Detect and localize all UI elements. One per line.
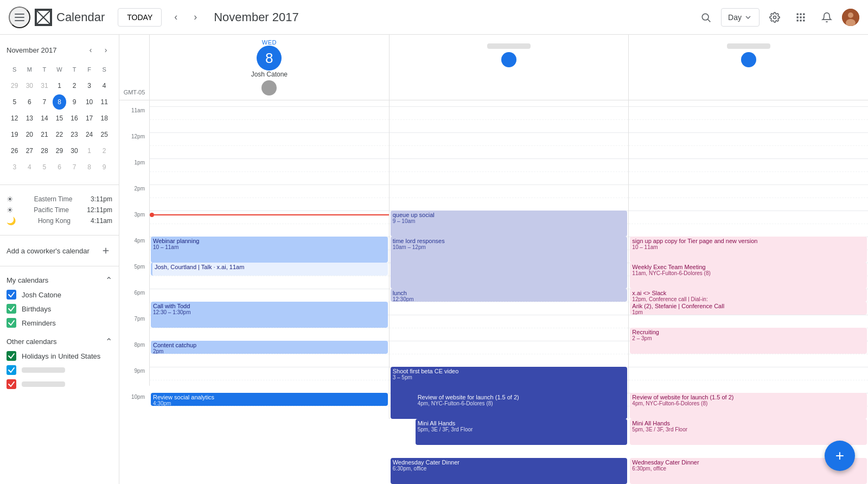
mini-cal-day[interactable]: 2 [97, 143, 111, 158]
create-event-fab[interactable]: + [825, 441, 855, 471]
other-calendars-header[interactable]: Other calendars ⌃ [0, 334, 119, 349]
other-calendar-item[interactable]: Holidays in United States [0, 349, 119, 363]
mini-cal-day[interactable]: 28 [37, 143, 52, 158]
calendar-body[interactable]: 8am9am10am11am12pm1pm2pm3pm4pm5pm6pm7pm8… [119, 100, 868, 484]
calendar-event[interactable]: Call with Todd12:30 – 1:30pm [151, 302, 388, 328]
mini-cal-day[interactable]: 6 [23, 94, 37, 110]
apps-button[interactable] [790, 7, 812, 28]
mini-cal-day[interactable]: 21 [37, 127, 52, 142]
other-calendars-title: Other calendars [7, 337, 105, 346]
calendar-event[interactable]: x.ai <> Slack12pm, Conference call | Dia… [630, 289, 867, 302]
my-calendars-header[interactable]: My calendars ⌃ [0, 273, 119, 288]
calendar-event[interactable]: Webinar planning10 – 11am [151, 237, 388, 263]
cal-checkbox[interactable] [7, 365, 16, 375]
today-button[interactable]: TODAY [118, 8, 162, 27]
mini-cal-day[interactable]: 19 [8, 127, 22, 142]
other-calendar-item[interactable] [0, 363, 119, 377]
mini-cal-day[interactable]: 4 [97, 78, 111, 93]
calendar-event[interactable]: Review of website for launch (1.5 of 2)4… [416, 393, 628, 419]
calendar-event[interactable]: sign up app copy for Tier page and new v… [630, 237, 867, 263]
mini-cal-day[interactable]: 29 [8, 78, 22, 93]
calendar-event[interactable]: Content catchup2pm [151, 341, 388, 354]
mini-cal-day[interactable]: 31 [37, 78, 52, 93]
mini-cal-next[interactable]: › [99, 43, 112, 56]
mini-cal-day[interactable]: 22 [53, 127, 67, 142]
svg-rect-1 [15, 17, 24, 18]
calendar-event[interactable]: queue up social9 – 10am [391, 211, 628, 237]
mini-cal-day[interactable]: 30 [67, 143, 81, 158]
mini-cal-day[interactable]: 27 [23, 143, 37, 158]
cal-checkbox[interactable] [7, 351, 16, 361]
calendar-event[interactable]: lunch12:30pm [391, 289, 628, 302]
svg-rect-17 [803, 20, 805, 21]
cal-checkbox[interactable] [7, 304, 16, 314]
calendar-event[interactable]: Recruiting2 – 3pm [630, 328, 867, 354]
mini-cal-day[interactable]: 11 [97, 94, 111, 110]
event-title: Recruiting [632, 329, 865, 335]
mini-cal-day[interactable]: 16 [67, 111, 81, 126]
view-selector[interactable]: Day [721, 8, 760, 27]
mini-cal-day[interactable]: 8 [82, 160, 97, 175]
add-coworker-icon[interactable] [99, 244, 112, 257]
mini-cal-day[interactable]: 14 [37, 111, 52, 126]
mini-cal-day[interactable]: 23 [67, 127, 81, 142]
mini-cal-day[interactable]: 3 [82, 78, 97, 93]
eastern-sun-icon: ☀ [7, 195, 14, 203]
mini-cal-day[interactable]: 2 [67, 78, 81, 93]
avatar[interactable] [842, 9, 859, 26]
mini-cal-day[interactable]: 30 [23, 78, 37, 93]
mini-cal-day[interactable]: 7 [37, 94, 52, 110]
calendar-item[interactable]: Reminders [0, 316, 119, 330]
calendar-event[interactable]: Wednesday Cater Dinner6:30pm, office [391, 458, 628, 484]
time-slot: 9pm [119, 367, 149, 393]
calendar-event[interactable]: Weekly Exec Team Meeting11am, NYC-Fulton… [630, 263, 867, 289]
mini-cal-day[interactable]: 7 [67, 160, 81, 175]
mini-cal-day[interactable]: 29 [53, 143, 67, 158]
calendar-item[interactable]: Birthdays [0, 302, 119, 316]
calendar-event[interactable]: Mini All Hands5pm, 3E / 3F, 3rd Floor [416, 419, 628, 445]
mini-cal-day[interactable]: 15 [53, 111, 67, 126]
calendar-event[interactable]: Arik (2), Stefanie | Conference Call1pm [630, 302, 867, 315]
mini-cal-day[interactable]: 24 [82, 127, 97, 142]
mini-cal-day[interactable]: 5 [37, 160, 52, 175]
add-coworker-section[interactable]: Add a coworker's calendar [0, 240, 119, 262]
event-title: Josh, Courtland | Talk · x.ai, 11am [155, 264, 386, 270]
event-time: 9 – 10am [393, 218, 626, 224]
calendar-event[interactable]: Review of website for launch (1.5 of 2)4… [630, 393, 867, 419]
mini-cal-day[interactable]: 10 [82, 94, 97, 110]
prev-button[interactable]: ‹ [166, 8, 186, 27]
mini-cal-day[interactable]: 9 [97, 160, 111, 175]
mini-cal-day[interactable]: 9 [67, 94, 81, 110]
mini-cal-day[interactable]: 5 [8, 94, 22, 110]
calendar-item[interactable]: Josh Catone [0, 288, 119, 302]
mini-cal-day[interactable]: 17 [82, 111, 97, 126]
cal-checkbox[interactable] [7, 318, 16, 328]
mini-cal-day[interactable]: 25 [97, 127, 111, 142]
calendar-event[interactable]: time lord responses10am – 12pm [391, 237, 628, 289]
mini-cal-day[interactable]: 3 [8, 160, 22, 175]
cal-checkbox[interactable] [7, 290, 16, 300]
cal-checkbox[interactable] [7, 379, 16, 389]
hamburger-button[interactable] [9, 7, 30, 28]
notifications-button[interactable] [816, 7, 838, 28]
mini-cal-day[interactable]: 18 [97, 111, 111, 126]
mini-cal-day[interactable]: 1 [82, 143, 97, 158]
search-button[interactable] [695, 7, 717, 28]
mini-cal-body: 2930311234567891011121314151617181920212… [8, 78, 111, 175]
mini-cal-day[interactable]: 1 [53, 78, 67, 93]
mini-cal-day[interactable]: 13 [23, 111, 37, 126]
other-calendar-item[interactable] [0, 377, 119, 391]
mini-cal-day[interactable]: 8 [53, 94, 67, 110]
mini-cal-day[interactable]: 12 [8, 111, 22, 126]
calendar-event[interactable]: Review social analytics4:30pm [151, 393, 388, 406]
settings-button[interactable] [764, 7, 786, 28]
svg-rect-15 [797, 20, 799, 21]
mini-cal-day[interactable]: 4 [23, 160, 37, 175]
mini-cal-prev[interactable]: ‹ [84, 43, 97, 56]
next-button[interactable]: › [186, 8, 205, 27]
calendar-event[interactable]: Josh, Courtland | Talk · x.ai, 11am [151, 263, 388, 276]
mini-cal-day[interactable]: 20 [23, 127, 37, 142]
mini-cal-day[interactable]: 26 [8, 143, 22, 158]
mini-cal-day[interactable]: 6 [53, 160, 67, 175]
calendar-event[interactable]: Mini All Hands5pm, 3E / 3F, 3rd Floor [630, 419, 867, 445]
